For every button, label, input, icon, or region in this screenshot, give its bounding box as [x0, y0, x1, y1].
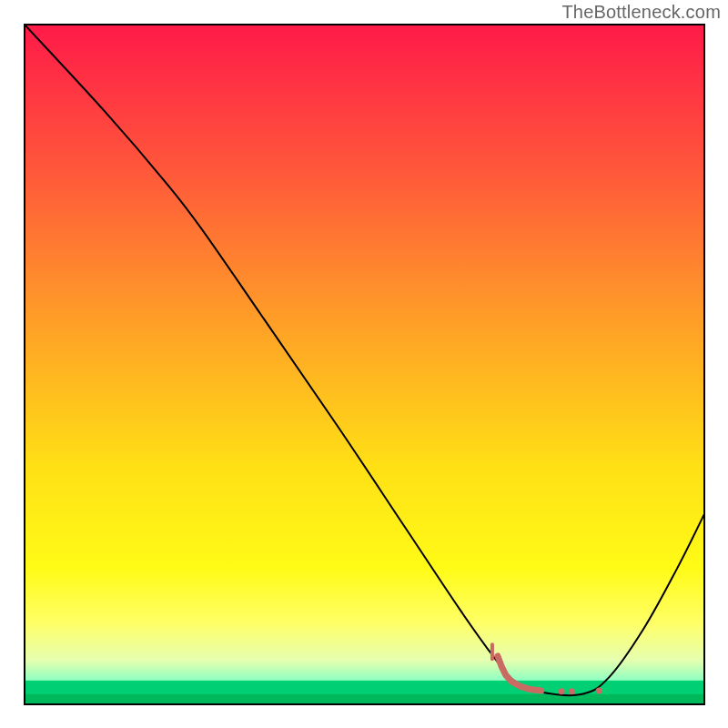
chart-canvas: TheBottleneck.com — [0, 0, 728, 728]
svg-point-4 — [559, 688, 565, 694]
svg-point-5 — [569, 688, 575, 694]
attribution-text: TheBottleneck.com — [561, 2, 721, 23]
chart-svg — [0, 0, 728, 728]
svg-point-6 — [596, 688, 602, 694]
gradient-background — [25, 25, 704, 704]
plot-area — [25, 25, 704, 704]
svg-rect-2 — [25, 694, 704, 704]
